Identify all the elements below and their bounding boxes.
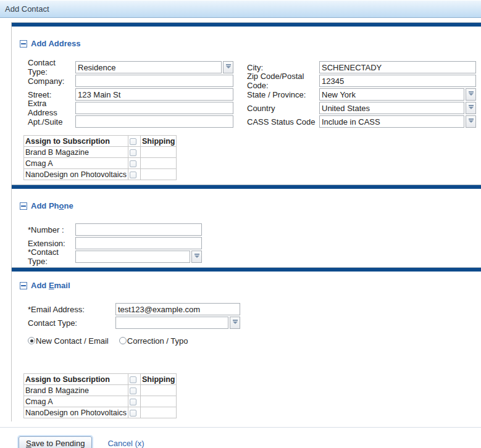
table-row: NanoDesign on Photovoltaics bbox=[24, 169, 177, 180]
address-contact-type-value[interactable] bbox=[75, 61, 222, 73]
section-divider-bar bbox=[12, 22, 481, 27]
country-select[interactable] bbox=[319, 102, 476, 114]
table-row: Cmag A bbox=[24, 158, 177, 169]
email-subscriptions-table: Assign to Subscription Shipping Brand B … bbox=[23, 373, 177, 418]
correction-typo-label: Correction / Typo bbox=[127, 336, 188, 346]
shipping-header: Shipping bbox=[141, 374, 177, 385]
shipping-select-all-checkbox[interactable] bbox=[130, 376, 136, 383]
shipping-checkbox[interactable] bbox=[130, 388, 136, 394]
new-contact-email-radio[interactable] bbox=[28, 337, 35, 344]
window-titlebar: Add Contact bbox=[0, 0, 481, 18]
shipping-select-all-checkbox[interactable] bbox=[130, 138, 136, 145]
zip-code-input[interactable] bbox=[319, 75, 476, 87]
cass-status-select[interactable] bbox=[319, 115, 476, 128]
phone-contact-type-select[interactable] bbox=[75, 251, 202, 263]
street-input[interactable] bbox=[75, 88, 233, 101]
add-contact-window: Add Contact Add Address Contact Type: bbox=[0, 0, 481, 448]
add-email-section: Add Email *Email Address: Contact Type: bbox=[12, 281, 481, 418]
table-row: Brand B Magazine bbox=[24, 385, 177, 396]
extra-address-label: Extra Address bbox=[28, 99, 75, 117]
dropdown-arrow-icon[interactable] bbox=[466, 88, 476, 101]
cass-status-value[interactable] bbox=[319, 115, 464, 128]
arrow-down-icon bbox=[233, 321, 238, 324]
table-row: Brand B Magazine bbox=[24, 147, 177, 158]
zip-code-label: Zip Code/Postal Code: bbox=[247, 72, 319, 90]
contact-type-label: Contact Type: bbox=[28, 58, 75, 77]
city-input[interactable] bbox=[319, 61, 476, 73]
country-label: Country bbox=[247, 104, 319, 113]
table-header-row: Assign to Subscription Shipping bbox=[24, 136, 177, 147]
arrow-down-icon bbox=[194, 255, 199, 258]
window-title: Add Contact bbox=[5, 4, 49, 14]
phone-contact-type-label: *Contact Type: bbox=[28, 247, 75, 266]
add-email-heading: Add Email bbox=[31, 281, 70, 290]
assign-to-subscription-header: Assign to Subscription bbox=[24, 136, 128, 147]
phone-number-label: *Number : bbox=[28, 225, 75, 234]
assign-to-subscription-header: Assign to Subscription bbox=[24, 374, 128, 385]
dropdown-arrow-icon[interactable] bbox=[223, 61, 233, 73]
shipping-checkbox[interactable] bbox=[130, 149, 136, 156]
collapse-address-button[interactable] bbox=[20, 40, 27, 48]
email-contact-type-label: Contact Type: bbox=[28, 318, 115, 328]
cancel-link[interactable]: Cancel (x) bbox=[107, 439, 144, 448]
section-divider-bar bbox=[12, 185, 481, 189]
dropdown-arrow-icon[interactable] bbox=[230, 317, 240, 329]
shipping-checkbox[interactable] bbox=[130, 410, 136, 417]
company-input[interactable] bbox=[75, 75, 233, 87]
shipping-checkbox[interactable] bbox=[130, 172, 136, 178]
save-to-pending-button[interactable]: Save to Pending bbox=[19, 436, 92, 448]
section-divider-bar bbox=[12, 267, 481, 272]
arrow-down-icon bbox=[469, 107, 474, 109]
extension-input[interactable] bbox=[75, 237, 202, 249]
state-province-value[interactable] bbox=[319, 88, 464, 101]
add-phone-section: Add Phone *Number : Extension: *Contact … bbox=[12, 201, 481, 267]
phone-contact-type-value[interactable] bbox=[75, 251, 190, 263]
table-row: NanoDesign on Photovoltaics bbox=[24, 407, 177, 418]
add-phone-heading: Add Phone bbox=[31, 201, 73, 210]
email-address-label: *Email Address: bbox=[28, 305, 115, 314]
dropdown-arrow-icon[interactable] bbox=[466, 102, 476, 114]
apt-suite-input[interactable] bbox=[75, 115, 233, 128]
address-contact-type-select[interactable] bbox=[75, 61, 233, 73]
country-value[interactable] bbox=[319, 102, 464, 114]
company-label: Company: bbox=[28, 77, 75, 86]
extra-address-input[interactable] bbox=[75, 102, 233, 114]
address-subscriptions-table: Assign to Subscription Shipping Brand B … bbox=[23, 135, 177, 180]
new-contact-email-label: New Contact / Email bbox=[36, 336, 109, 346]
minus-icon bbox=[21, 43, 26, 44]
subscription-name: Cmag A bbox=[24, 396, 128, 407]
email-contact-type-value[interactable] bbox=[115, 317, 228, 329]
street-label: Street: bbox=[28, 90, 75, 99]
state-province-select[interactable] bbox=[319, 88, 476, 101]
shipping-header: Shipping bbox=[141, 136, 177, 147]
dropdown-arrow-icon[interactable] bbox=[466, 115, 476, 128]
arrow-down-icon bbox=[469, 120, 474, 123]
subscription-name: NanoDesign on Photovoltaics bbox=[24, 407, 128, 418]
extension-label: Extension: bbox=[28, 239, 75, 248]
address-right-column: City: Zip Code/Postal Code: State / Prov… bbox=[247, 60, 476, 128]
subscription-name: Brand B Magazine bbox=[24, 147, 128, 158]
table-header-row: Assign to Subscription Shipping bbox=[24, 374, 177, 385]
shipping-checkbox[interactable] bbox=[130, 399, 136, 405]
table-row: Cmag A bbox=[24, 396, 177, 407]
add-address-section: Add Address Contact Type: Company: bbox=[12, 39, 481, 185]
subscription-name: Brand B Magazine bbox=[24, 385, 128, 396]
cass-status-label: CASS Status Code bbox=[247, 117, 319, 127]
apt-suite-label: Apt./Suite bbox=[28, 117, 75, 127]
shipping-checkbox[interactable] bbox=[130, 160, 136, 167]
email-address-input[interactable] bbox=[115, 303, 240, 315]
correction-typo-radio[interactable] bbox=[119, 337, 127, 344]
form-content: Add Address Contact Type: Company: bbox=[11, 22, 481, 421]
state-province-label: State / Province: bbox=[247, 90, 319, 99]
collapse-email-button[interactable] bbox=[20, 282, 27, 289]
arrow-down-icon bbox=[469, 93, 474, 96]
minus-icon bbox=[21, 205, 26, 207]
city-label: City: bbox=[247, 63, 319, 72]
address-left-column: Contact Type: Company: Street: bbox=[28, 60, 233, 128]
email-contact-type-select[interactable] bbox=[115, 317, 240, 329]
subscription-name: Cmag A bbox=[24, 158, 128, 169]
collapse-phone-button[interactable] bbox=[20, 202, 27, 210]
arrow-down-icon bbox=[226, 66, 231, 68]
phone-number-input[interactable] bbox=[75, 223, 202, 236]
dropdown-arrow-icon[interactable] bbox=[191, 251, 202, 263]
